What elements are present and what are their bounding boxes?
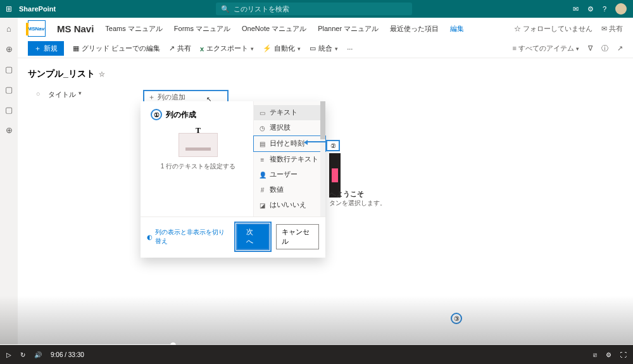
app-launcher-icon[interactable]: ⊞ <box>0 4 18 13</box>
share-button[interactable]: ↗ 共有 <box>169 44 191 53</box>
more-button[interactable]: ··· <box>347 45 353 53</box>
list-content: サンプル_リスト ☆ ○ タイトル ▾ ＋ 列の追加 <box>18 58 633 115</box>
text-icon: ▭ <box>259 110 266 116</box>
rail-home-icon[interactable]: ⌂ <box>6 24 11 34</box>
rail-item-icon[interactable]: ▢ <box>5 105 13 115</box>
column-headers: ○ タイトル ▾ ＋ 列の追加 <box>28 90 623 104</box>
scrollbar[interactable] <box>320 101 325 217</box>
view-selector[interactable]: ≡ すべてのアイテム ▾ <box>512 44 579 53</box>
type-multiline[interactable]: ≡複数行テキスト <box>254 152 325 167</box>
type-choice[interactable]: ◷選択肢 <box>254 120 325 135</box>
search-wrap: 🔍 このリストを検索 <box>56 3 573 15</box>
avatar[interactable] <box>615 3 627 15</box>
panel-footer: ◐ 列の表示と非表示を切り替え ③ 次へ キャンセル <box>141 217 325 258</box>
nav-recent[interactable]: 最近使った項目 <box>390 24 439 34</box>
site-logo[interactable]: MSNavi <box>28 20 46 37</box>
yesno-icon: ◪ <box>259 202 266 209</box>
fullscreen-button[interactable]: ⛶ <box>620 351 627 358</box>
column-type-list: ▭テキスト ◷選択肢 ▤日付と時刻 ≡複数行テキスト 👤ユーザー #数値 ◪はい… <box>253 101 325 217</box>
captions-button[interactable]: ⎚ <box>593 351 597 358</box>
toggle-columns-link[interactable]: ◐ 列の表示と非表示を切り替え <box>147 228 230 246</box>
type-datetime[interactable]: ▤日付と時刻 <box>253 135 326 152</box>
create-column-panel: ①列の作成 1 行のテキストを設定する ▭テキスト ◷選択肢 ▤日付と時刻 ≡複… <box>141 101 325 258</box>
new-button[interactable]: ＋ 新規 <box>28 41 64 56</box>
site-header: MSNavi MS Navi Teams マニュアル Forms マニュアル O… <box>18 18 633 39</box>
panel-preview: ①列の作成 1 行のテキストを設定する <box>141 101 253 217</box>
search-input[interactable]: 🔍 このリストを検索 <box>216 3 412 15</box>
annotation-marker-2: ② <box>326 140 340 151</box>
follow-toggle[interactable]: ☆ フォローしていません <box>514 24 592 34</box>
help-icon[interactable]: ? <box>603 5 606 13</box>
automate-button[interactable]: ⚡ 自動化 ▾ <box>263 44 301 53</box>
annotation-marker-1: ① <box>151 109 162 120</box>
search-placeholder: このリストを検索 <box>234 4 289 14</box>
info-icon[interactable]: ⓘ <box>601 44 608 53</box>
expand-icon[interactable]: ↗ <box>617 44 623 53</box>
number-icon: # <box>259 187 266 194</box>
cancel-button[interactable]: キャンセル <box>276 224 320 249</box>
column-title[interactable]: タイトル ▾ <box>48 90 143 104</box>
favorite-icon[interactable]: ☆ <box>99 70 105 78</box>
player-gradient <box>0 296 633 346</box>
nav-teams[interactable]: Teams マニュアル <box>105 24 162 34</box>
rail-add-icon[interactable]: ⊕ <box>6 125 13 135</box>
calendar-icon: ▤ <box>259 141 266 147</box>
grid-edit-button[interactable]: ▦ グリッド ビューでの編集 <box>73 44 160 53</box>
player-settings-button[interactable]: ⚙ <box>606 351 611 358</box>
type-text[interactable]: ▭テキスト <box>254 105 325 120</box>
list-title: サンプル_リスト ☆ <box>28 68 623 80</box>
type-person[interactable]: 👤ユーザー <box>254 167 325 182</box>
nav-forms[interactable]: Forms マニュアル <box>174 24 230 34</box>
welcome-text-2: タンを選択します。 <box>329 199 386 208</box>
choice-icon: ◷ <box>259 125 266 132</box>
type-number[interactable]: #数値 <box>254 182 325 198</box>
welcome-text-1: へようこそ <box>329 189 364 199</box>
settings-icon[interactable]: ⚙ <box>587 5 594 13</box>
play-button[interactable]: ▷ <box>6 351 11 358</box>
integrate-button[interactable]: ▭ 統合 ▾ <box>310 44 338 53</box>
suite-app-name: SharePoint <box>19 5 56 13</box>
send-icon[interactable]: ✉ <box>573 5 579 13</box>
time-display: 9:06 / 33:30 <box>51 351 84 358</box>
video-player-bar: ▷ ↻ 🔊 9:06 / 33:30 ⎚ ⚙ ⛶ <box>0 345 633 364</box>
select-all-toggle[interactable]: ○ <box>28 90 48 104</box>
panel-heading: 列の作成 <box>166 110 196 119</box>
nav-onenote[interactable]: OneNote マニュアル <box>242 24 306 34</box>
export-button[interactable]: x エクスポート ▾ <box>200 44 254 53</box>
multiline-icon: ≡ <box>259 156 266 163</box>
nav-planner[interactable]: Planner マニュアル <box>318 24 379 34</box>
command-bar: ＋ 新規 ▦ グリッド ビューでの編集 ↗ 共有 x エクスポート ▾ ⚡ 自動… <box>18 39 633 58</box>
nav-edit[interactable]: 編集 <box>450 24 464 34</box>
suite-right: ✉ ⚙ ? <box>573 3 627 15</box>
rail-item-icon[interactable]: ▢ <box>5 85 13 94</box>
suite-bar: ⊞ SharePoint 🔍 このリストを検索 ✉ ⚙ ? <box>0 0 633 18</box>
share-button[interactable]: ✉ 共有 <box>601 24 623 34</box>
type-yesno[interactable]: ◪はい/いいえ <box>254 198 325 213</box>
volume-button[interactable]: 🔊 <box>34 351 42 358</box>
filter-icon[interactable]: ∇ <box>588 44 592 53</box>
skip-button[interactable]: ↻ <box>20 351 25 358</box>
site-name[interactable]: MS Navi <box>57 23 94 34</box>
person-icon: 👤 <box>259 172 266 179</box>
annotation-arrow <box>307 141 326 142</box>
panel-description: 1 行のテキストを設定する <box>148 162 248 171</box>
search-icon: 🔍 <box>221 5 230 13</box>
rail-item-icon[interactable]: ▢ <box>5 65 13 74</box>
rail-create-icon[interactable]: ⊕ <box>6 44 13 54</box>
next-button[interactable]: 次へ <box>236 223 269 250</box>
text-column-preview-icon <box>179 133 218 157</box>
